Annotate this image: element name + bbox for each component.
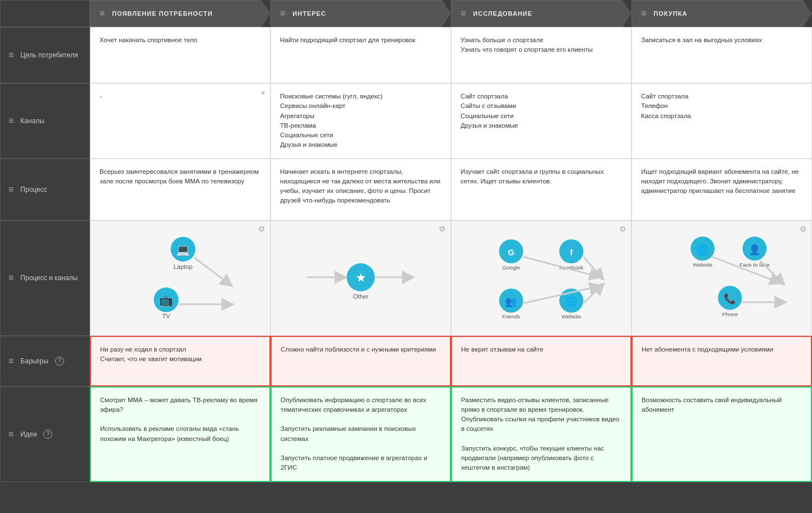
barriers-col2-text: Сложно найти поблизости и с нужными крит… <box>281 346 436 353</box>
barriers-col1-text: Ни разу не ходил в спортзал Считает, что… <box>100 346 202 362</box>
proc-chan-col1: ⚙ 💻 Laptop 📺 TV <box>90 220 270 336</box>
ideas-col1: Смотрит ММА – может давать ТВ-рекламу во… <box>90 386 270 482</box>
channels-hamburger: ≡ <box>8 116 13 126</box>
goal-hamburger: ≡ <box>8 50 13 60</box>
goal-col1: Хочет накачать спортивное тело <box>90 27 270 83</box>
ideas-label: Идеи <box>20 430 37 438</box>
process-col3-text: Изучает сайт спортзала и группы в социал… <box>461 168 604 184</box>
goal-label-cell: ≡ Цель потребителя <box>0 27 90 83</box>
gear-icon-2[interactable]: ⚙ <box>439 224 446 233</box>
svg-text:f: f <box>570 248 573 256</box>
svg-text:👤: 👤 <box>748 243 761 255</box>
barriers-col4-text: Нет абонемента с подходящими условиями <box>642 346 773 353</box>
header-col3: ≡ ИССЛЕДОВАНИЕ <box>451 0 631 27</box>
barriers-col3-text: Не верит отзывам на сайте <box>461 346 543 353</box>
goal-col3-text: Узнать больше о спортзале Узнать что гов… <box>461 37 593 53</box>
process-label: Процесс <box>20 186 47 194</box>
diagram-col2: ★ Other <box>279 227 443 328</box>
proc-chan-col2: ⚙ ★ Other <box>270 220 451 336</box>
ideas-col2-text: Опубликовать информацию о спортзале во в… <box>281 397 427 471</box>
svg-text:💻: 💻 <box>176 243 190 256</box>
channels-col1: × - <box>90 83 270 159</box>
ideas-col4: Возможность составить свой индивидуальны… <box>631 386 812 482</box>
channels-col1-text: - <box>100 93 102 100</box>
svg-text:🌐: 🌐 <box>565 295 578 308</box>
gear-icon-4[interactable]: ⚙ <box>800 224 807 233</box>
process-col3: Изучает сайт спортзала и группы в социал… <box>451 159 631 220</box>
svg-text:👥: 👥 <box>505 295 517 308</box>
channels-col4-text: Сайт спортзала Телефон Касса спортзала <box>641 93 691 119</box>
goal-col2-text: Найти подходящий спортзал для тренировок <box>280 37 416 43</box>
header-col2: ≡ ИНТЕРЕС <box>270 0 451 27</box>
ideas-label-cell: ≡ Идеи ? <box>0 386 90 482</box>
svg-text:TV: TV <box>162 313 170 320</box>
channels-col3: Сайт спортзала Сайты с отзывами Социальн… <box>451 83 631 159</box>
channels-col4: Сайт спортзала Телефон Касса спортзала <box>631 83 812 159</box>
hamburger-icon-4: ≡ <box>641 8 647 19</box>
svg-line-6 <box>195 258 228 283</box>
channels-label: Каналы <box>20 117 44 125</box>
process-col2-text: Начинает искать в интернете спортзалы, н… <box>280 168 440 204</box>
header-col2-label: ИНТЕРЕС <box>292 10 326 17</box>
hamburger-icon-1: ≡ <box>100 8 105 19</box>
diagram-col3: G Google f Facebook 👥 Friends 🌐 Website <box>459 227 623 328</box>
header-col3-label: ИССЛЕДОВАНИЕ <box>473 10 533 17</box>
header-col4-label: ПОКУПКА <box>653 10 687 17</box>
channels-col2-text: Поисковые системы (гугл, яндекс) Сервисы… <box>280 93 382 148</box>
svg-text:Google: Google <box>502 264 520 270</box>
header-col1: ≡ ПОЯВЛЕНИЕ ПОТРЕБНОСТИ <box>90 0 270 27</box>
barriers-col3: Не верит отзывам на сайте <box>451 336 631 386</box>
header-col4: ≡ ПОКУПКА <box>631 0 812 27</box>
barriers-label-cell: ≡ Барьеры ? <box>0 336 90 386</box>
svg-text:Other: Other <box>353 293 369 300</box>
ideas-col3-text: Разместить видео-отзывы клиентов, записа… <box>461 397 620 471</box>
svg-text:Website: Website <box>693 262 712 268</box>
process-col1: Всерьез заинтересовался занятиями в трен… <box>90 159 270 220</box>
process-col4-text: Ищет подходящий вариант абонемента на са… <box>641 168 799 195</box>
ideas-col1-text: Смотрит ММА – может давать ТВ-рекламу во… <box>100 397 258 442</box>
ideas-col2: Опубликовать информацию о спортзале во в… <box>270 386 451 482</box>
barriers-label: Барьеры <box>20 357 48 365</box>
goal-col3: Узнать больше о спортзале Узнать что гов… <box>451 27 631 83</box>
barriers-col4: Нет абонемента с подходящими условиями <box>631 336 812 386</box>
close-button-channels[interactable]: × <box>261 87 265 99</box>
channels-col2: Поисковые системы (гугл, яндекс) Сервисы… <box>270 83 451 159</box>
gear-icon-1[interactable]: ⚙ <box>258 224 265 233</box>
ideas-col3: Разместить видео-отзывы клиентов, записа… <box>451 386 631 482</box>
diagram-col1: 💻 Laptop 📺 TV <box>98 227 262 328</box>
barriers-hamburger: ≡ <box>8 356 13 366</box>
svg-text:★: ★ <box>355 271 367 285</box>
proc-chan-col3: ⚙ G Google f Facebook 👥 Friends 🌐 Websit… <box>451 220 631 336</box>
process-col1-text: Всерьез заинтересовался занятиями в трен… <box>100 168 259 184</box>
goal-col1-text: Хочет накачать спортивное тело <box>100 37 197 43</box>
process-col2: Начинает искать в интернете спортзалы, н… <box>270 159 451 220</box>
barriers-col1: Ни разу не ходил в спортзал Считает, что… <box>90 336 270 386</box>
main-grid: ≡ ПОЯВЛЕНИЕ ПОТРЕБНОСТИ ≡ ИНТЕРЕС ≡ ИССЛ… <box>0 0 812 482</box>
goal-col4-text: Записаться в зал на выгодных условиях <box>641 37 762 43</box>
svg-text:Friends: Friends <box>502 313 521 320</box>
process-channels-label-cell: ≡ Процесс и каналы <box>0 220 90 336</box>
goal-label: Цель потребителя <box>20 51 78 59</box>
svg-text:Website: Website <box>562 313 581 320</box>
proc-chan-col4: ⚙ 🌐 Website 👤 Face to face 📞 Phone <box>631 220 812 336</box>
channels-col3-text: Сайт спортзала Сайты с отзывами Социальн… <box>461 93 518 129</box>
svg-text:📞: 📞 <box>724 292 736 305</box>
ideas-col4-text: Возможность составить свой индивидуальны… <box>642 397 782 413</box>
process-channels-label: Процесс и каналы <box>20 274 78 282</box>
goal-col4: Записаться в зал на выгодных условиях <box>631 27 812 83</box>
ideas-tip-icon[interactable]: ? <box>43 430 52 439</box>
diagram-col4: 🌐 Website 👤 Face to face 📞 Phone <box>640 227 804 328</box>
gear-icon-3[interactable]: ⚙ <box>619 224 626 233</box>
ideas-hamburger: ≡ <box>8 429 13 439</box>
header-empty <box>0 0 90 27</box>
process-hamburger: ≡ <box>8 184 13 195</box>
svg-text:🌐: 🌐 <box>696 243 709 255</box>
barriers-tip-icon[interactable]: ? <box>55 357 64 366</box>
hamburger-icon-2: ≡ <box>280 8 286 19</box>
channels-label-cell: ≡ Каналы <box>0 83 90 159</box>
header-col1-label: ПОЯВЛЕНИЕ ПОТРЕБНОСТИ <box>112 10 213 17</box>
svg-text:G: G <box>508 248 514 256</box>
svg-text:Laptop: Laptop <box>174 263 193 270</box>
goal-col2: Найти подходящий спортзал для тренировок <box>270 27 451 83</box>
svg-text:📺: 📺 <box>159 294 173 307</box>
